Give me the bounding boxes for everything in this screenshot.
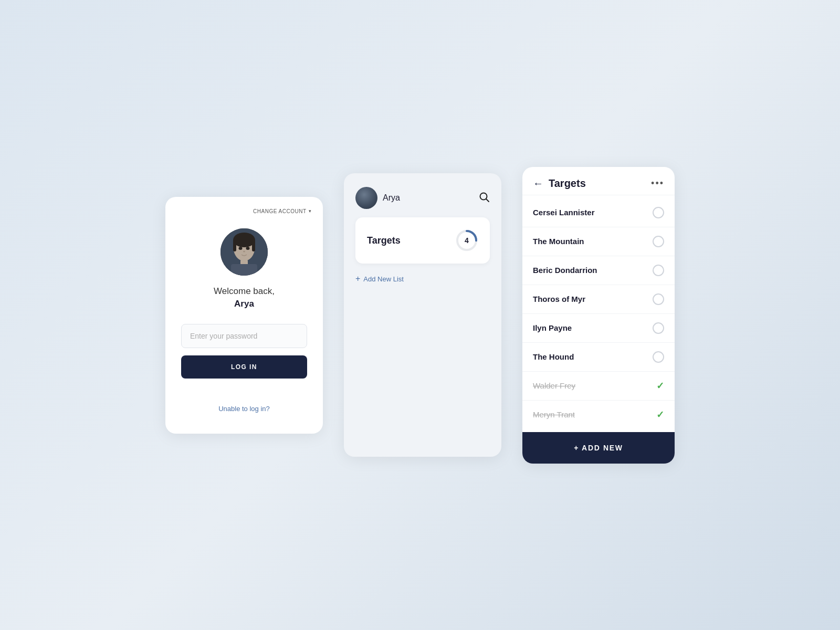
more-options-button[interactable]: ••• (651, 178, 664, 189)
username-label: Arya (383, 193, 400, 203)
back-arrow-icon[interactable]: ← (533, 177, 543, 190)
check-icon: ✓ (656, 380, 664, 392)
targets-tile[interactable]: Targets 4 (355, 217, 490, 264)
add-new-list-button[interactable]: + Add New List (355, 272, 490, 286)
target-name: Beric Dondarrion (533, 266, 597, 275)
svg-point-2 (233, 233, 255, 247)
svg-rect-4 (252, 240, 255, 251)
target-name: Meryn Trant (533, 410, 575, 419)
radio-circle[interactable] (653, 236, 664, 247)
targets-progress-donut: 4 (454, 228, 479, 253)
target-name: Ilyn Payne (533, 323, 572, 332)
targets-tile-label: Targets (367, 235, 401, 246)
svg-point-5 (239, 247, 243, 250)
targets-list: Cersei LannisterThe MountainBeric Dondar… (522, 195, 675, 432)
target-name: Walder Frey (533, 381, 575, 390)
target-name: The Hound (533, 352, 574, 361)
chevron-down-icon: ▾ (309, 208, 312, 214)
target-item[interactable]: Beric Dondarrion (522, 256, 675, 285)
radio-circle[interactable] (653, 207, 664, 218)
add-new-label: + ADD NEW (574, 444, 623, 452)
plus-icon: + (355, 274, 360, 284)
radio-circle[interactable] (653, 293, 664, 305)
targets-card: ← Targets ••• Cersei LannisterThe Mounta… (522, 167, 675, 464)
targets-count: 4 (465, 236, 469, 245)
radio-circle[interactable] (653, 265, 664, 276)
target-name: The Mountain (533, 237, 584, 246)
target-item[interactable]: Ilyn Payne (522, 314, 675, 343)
targets-header: ← Targets ••• (522, 167, 675, 195)
target-item[interactable]: Cersei Lannister (522, 198, 675, 227)
password-input[interactable] (181, 324, 307, 348)
targets-title: Targets (549, 177, 586, 190)
welcome-name: Arya (234, 299, 254, 309)
change-account-label: CHANGE ACCOUNT (253, 208, 306, 214)
check-icon: ✓ (656, 409, 664, 421)
add-new-button[interactable]: + ADD NEW (522, 432, 675, 464)
user-avatar (355, 187, 377, 209)
target-item[interactable]: Thoros of Myr (522, 285, 675, 314)
target-name: Cersei Lannister (533, 208, 595, 217)
lists-header: Arya (355, 187, 490, 209)
lists-card: Arya Targets 4 + Add New List (344, 173, 501, 457)
user-area: Arya (355, 187, 400, 209)
svg-rect-9 (231, 264, 257, 276)
target-name: Thoros of Myr (533, 295, 585, 303)
unable-to-login-link[interactable]: Unable to log in? (218, 405, 270, 413)
search-button[interactable] (478, 191, 490, 205)
svg-line-11 (486, 199, 489, 202)
target-item[interactable]: The Mountain (522, 227, 675, 256)
target-item[interactable]: Walder Frey✓ (522, 372, 675, 401)
target-item[interactable]: Meryn Trant✓ (522, 401, 675, 429)
change-account-button[interactable]: CHANGE ACCOUNT ▾ (253, 208, 311, 214)
target-item[interactable]: The Hound (522, 343, 675, 372)
add-new-list-label: Add New List (363, 275, 404, 283)
svg-point-6 (246, 247, 250, 250)
avatar-image (220, 228, 268, 276)
avatar (220, 228, 268, 276)
radio-circle[interactable] (653, 322, 664, 334)
welcome-text: Welcome back, (214, 286, 275, 297)
login-card: CHANGE ACCOUNT ▾ Welcome back, Arya LOG (165, 197, 323, 434)
targets-back-title-area: ← Targets (533, 177, 586, 190)
svg-rect-3 (233, 240, 236, 251)
login-button[interactable]: LOG IN (181, 355, 307, 379)
svg-point-7 (243, 250, 245, 252)
radio-circle[interactable] (653, 351, 664, 363)
